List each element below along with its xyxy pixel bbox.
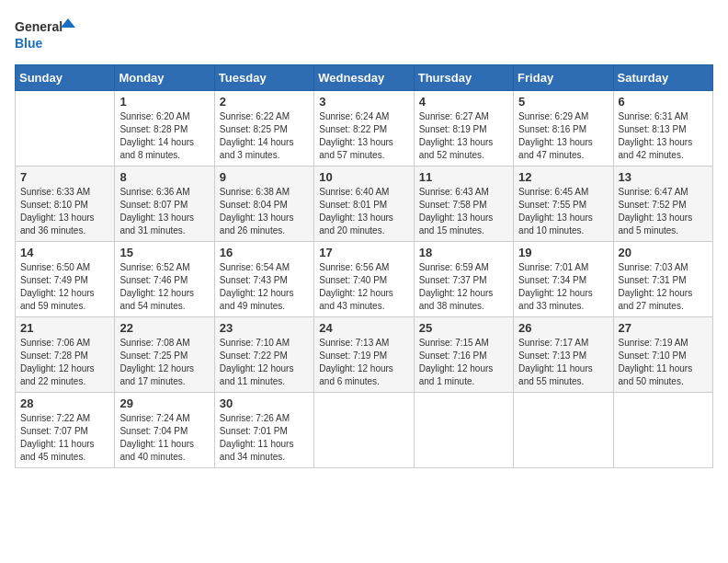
day-number: 17 [319, 246, 408, 259]
calendar-cell: 4Sunrise: 6:27 AM Sunset: 8:19 PM Daylig… [414, 91, 513, 167]
day-number: 2 [220, 95, 309, 109]
day-info: Sunrise: 7:24 AM Sunset: 7:04 PM Dayligh… [119, 412, 209, 464]
day-info: Sunrise: 6:45 AM Sunset: 7:55 PM Dayligh… [518, 186, 608, 237]
calendar-week-row: 7Sunrise: 6:33 AM Sunset: 8:10 PM Daylig… [16, 167, 713, 242]
calendar-cell: 23Sunrise: 7:10 AM Sunset: 7:22 PM Dayli… [214, 317, 313, 393]
calendar-table: SundayMondayTuesdayWednesdayThursdayFrid… [15, 64, 713, 468]
logo-svg: GeneralBlue [15, 15, 79, 55]
day-number: 11 [419, 170, 508, 184]
svg-text:Blue: Blue [15, 36, 43, 51]
day-info: Sunrise: 6:22 AM Sunset: 8:25 PM Dayligh… [220, 110, 309, 162]
calendar-cell: 28Sunrise: 7:22 AM Sunset: 7:07 PM Dayli… [16, 393, 115, 468]
calendar-cell: 11Sunrise: 6:43 AM Sunset: 7:58 PM Dayli… [414, 167, 513, 242]
day-info: Sunrise: 6:29 AM Sunset: 8:16 PM Dayligh… [518, 110, 608, 162]
calendar-cell: 10Sunrise: 6:40 AM Sunset: 8:01 PM Dayli… [314, 167, 414, 242]
calendar-cell: 17Sunrise: 6:56 AM Sunset: 7:40 PM Dayli… [314, 242, 414, 317]
calendar-cell: 16Sunrise: 6:54 AM Sunset: 7:43 PM Dayli… [214, 242, 313, 317]
day-info: Sunrise: 7:03 AM Sunset: 7:31 PM Dayligh… [619, 261, 708, 313]
calendar-cell: 26Sunrise: 7:17 AM Sunset: 7:13 PM Dayli… [514, 317, 613, 393]
logo: GeneralBlue [15, 15, 79, 55]
day-info: Sunrise: 6:52 AM Sunset: 7:46 PM Dayligh… [119, 261, 209, 313]
day-number: 12 [518, 170, 608, 184]
day-number: 16 [220, 246, 309, 259]
calendar-cell: 5Sunrise: 6:29 AM Sunset: 8:16 PM Daylig… [514, 91, 613, 167]
day-number: 3 [319, 95, 408, 109]
day-info: Sunrise: 6:54 AM Sunset: 7:43 PM Dayligh… [220, 261, 309, 313]
svg-marker-1 [61, 18, 75, 28]
day-number: 14 [20, 246, 109, 259]
day-info: Sunrise: 6:27 AM Sunset: 8:19 PM Dayligh… [419, 110, 508, 162]
day-number: 23 [220, 321, 309, 335]
calendar-cell: 19Sunrise: 7:01 AM Sunset: 7:34 PM Dayli… [514, 242, 613, 317]
day-info: Sunrise: 7:17 AM Sunset: 7:13 PM Dayligh… [518, 337, 608, 388]
calendar-cell: 22Sunrise: 7:08 AM Sunset: 7:25 PM Dayli… [115, 317, 214, 393]
day-info: Sunrise: 7:15 AM Sunset: 7:16 PM Dayligh… [419, 337, 508, 388]
calendar-header-row: SundayMondayTuesdayWednesdayThursdayFrid… [16, 65, 713, 91]
calendar-cell: 7Sunrise: 6:33 AM Sunset: 8:10 PM Daylig… [16, 167, 115, 242]
day-number: 13 [619, 170, 708, 184]
day-info: Sunrise: 6:38 AM Sunset: 8:04 PM Dayligh… [220, 186, 309, 237]
calendar-cell: 14Sunrise: 6:50 AM Sunset: 7:49 PM Dayli… [16, 242, 115, 317]
day-info: Sunrise: 6:36 AM Sunset: 8:07 PM Dayligh… [119, 186, 209, 237]
day-info: Sunrise: 6:31 AM Sunset: 8:13 PM Dayligh… [619, 110, 708, 162]
day-info: Sunrise: 7:19 AM Sunset: 7:10 PM Dayligh… [619, 337, 708, 388]
day-number: 22 [119, 321, 209, 335]
day-number: 9 [220, 170, 309, 184]
weekday-header: Wednesday [314, 65, 414, 91]
calendar-cell: 1Sunrise: 6:20 AM Sunset: 8:28 PM Daylig… [115, 91, 214, 167]
day-number: 1 [119, 95, 209, 109]
day-info: Sunrise: 7:06 AM Sunset: 7:28 PM Dayligh… [20, 337, 109, 388]
day-info: Sunrise: 6:33 AM Sunset: 8:10 PM Dayligh… [20, 186, 109, 237]
calendar-cell: 12Sunrise: 6:45 AM Sunset: 7:55 PM Dayli… [514, 167, 613, 242]
calendar-week-row: 1Sunrise: 6:20 AM Sunset: 8:28 PM Daylig… [16, 91, 713, 167]
day-info: Sunrise: 6:50 AM Sunset: 7:49 PM Dayligh… [20, 261, 109, 313]
day-number: 10 [319, 170, 408, 184]
weekday-header: Saturday [613, 65, 712, 91]
day-number: 27 [619, 321, 708, 335]
day-number: 19 [518, 246, 608, 259]
weekday-header: Friday [514, 65, 613, 91]
day-number: 8 [119, 170, 209, 184]
day-number: 28 [20, 396, 109, 410]
day-info: Sunrise: 6:47 AM Sunset: 7:52 PM Dayligh… [619, 186, 708, 237]
weekday-header: Monday [115, 65, 214, 91]
calendar-cell [414, 393, 513, 468]
day-info: Sunrise: 7:22 AM Sunset: 7:07 PM Dayligh… [20, 412, 109, 464]
calendar-week-row: 14Sunrise: 6:50 AM Sunset: 7:49 PM Dayli… [16, 242, 713, 317]
calendar-cell: 20Sunrise: 7:03 AM Sunset: 7:31 PM Dayli… [613, 242, 712, 317]
calendar-week-row: 21Sunrise: 7:06 AM Sunset: 7:28 PM Dayli… [16, 317, 713, 393]
day-number: 18 [419, 246, 508, 259]
calendar-cell: 13Sunrise: 6:47 AM Sunset: 7:52 PM Dayli… [613, 167, 712, 242]
calendar-cell: 29Sunrise: 7:24 AM Sunset: 7:04 PM Dayli… [115, 393, 214, 468]
calendar-cell: 18Sunrise: 6:59 AM Sunset: 7:37 PM Dayli… [414, 242, 513, 317]
day-info: Sunrise: 7:08 AM Sunset: 7:25 PM Dayligh… [119, 337, 209, 388]
day-number: 20 [619, 246, 708, 259]
svg-text:General: General [15, 19, 63, 34]
day-info: Sunrise: 6:20 AM Sunset: 8:28 PM Dayligh… [119, 110, 209, 162]
calendar-week-row: 28Sunrise: 7:22 AM Sunset: 7:07 PM Dayli… [16, 393, 713, 468]
day-info: Sunrise: 7:13 AM Sunset: 7:19 PM Dayligh… [319, 337, 408, 388]
day-number: 6 [619, 95, 708, 109]
day-info: Sunrise: 6:43 AM Sunset: 7:58 PM Dayligh… [419, 186, 508, 237]
calendar-cell: 2Sunrise: 6:22 AM Sunset: 8:25 PM Daylig… [214, 91, 313, 167]
page-header: GeneralBlue [15, 15, 713, 55]
day-number: 24 [319, 321, 408, 335]
day-number: 4 [419, 95, 508, 109]
calendar-cell: 21Sunrise: 7:06 AM Sunset: 7:28 PM Dayli… [16, 317, 115, 393]
day-number: 25 [419, 321, 508, 335]
day-number: 15 [119, 246, 209, 259]
day-info: Sunrise: 7:01 AM Sunset: 7:34 PM Dayligh… [518, 261, 608, 313]
calendar-cell: 3Sunrise: 6:24 AM Sunset: 8:22 PM Daylig… [314, 91, 414, 167]
calendar-cell: 24Sunrise: 7:13 AM Sunset: 7:19 PM Dayli… [314, 317, 414, 393]
calendar-cell: 15Sunrise: 6:52 AM Sunset: 7:46 PM Dayli… [115, 242, 214, 317]
calendar-cell [514, 393, 613, 468]
day-number: 21 [20, 321, 109, 335]
weekday-header: Thursday [414, 65, 513, 91]
calendar-cell [16, 91, 115, 167]
day-number: 29 [119, 396, 209, 410]
day-info: Sunrise: 6:40 AM Sunset: 8:01 PM Dayligh… [319, 186, 408, 237]
day-number: 30 [220, 396, 309, 410]
calendar-cell: 8Sunrise: 6:36 AM Sunset: 8:07 PM Daylig… [115, 167, 214, 242]
calendar-cell: 9Sunrise: 6:38 AM Sunset: 8:04 PM Daylig… [214, 167, 313, 242]
calendar-cell: 6Sunrise: 6:31 AM Sunset: 8:13 PM Daylig… [613, 91, 712, 167]
